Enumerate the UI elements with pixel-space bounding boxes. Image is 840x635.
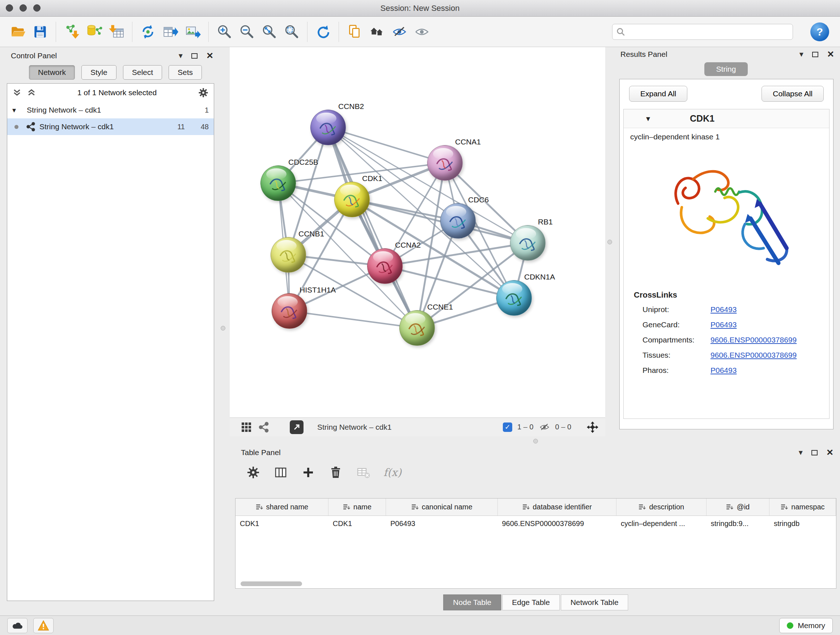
import-network-file-button[interactable] (60, 19, 83, 44)
section-collapse-icon[interactable]: ▾ (646, 114, 650, 124)
save-session-button[interactable] (29, 19, 51, 44)
panel-float-icon[interactable] (191, 53, 197, 59)
column-header-database-identifier[interactable]: database identifier (498, 499, 616, 516)
tree-expand-icon[interactable]: ▾ (12, 106, 23, 114)
panel-float-icon[interactable] (812, 52, 818, 57)
tab-sets[interactable]: Sets (169, 65, 202, 80)
network-item-row[interactable]: String Network – cdk1 11 48 (7, 119, 214, 135)
zoom-out-button[interactable] (235, 19, 258, 44)
add-column-icon[interactable] (301, 465, 316, 480)
column-header-label: canonical name (422, 503, 472, 511)
column-header-shared-name[interactable]: shared name (235, 499, 328, 516)
copy-pages-button[interactable] (343, 19, 366, 44)
protein-section-header: ▾ CDK1 (624, 109, 829, 128)
export-image-button[interactable] (182, 19, 204, 44)
main-area: Control Panel ▾ ✕ NetworkStyleSelectSets… (0, 47, 840, 616)
warnings-button[interactable] (33, 618, 54, 633)
table-panel: Table Panel ▾ ✕ (235, 445, 836, 613)
cloud-status-button[interactable] (7, 618, 27, 633)
panel-collapse-icon[interactable]: ▾ (179, 51, 183, 60)
crosslink-row: GeneCard:P06493 (624, 317, 829, 333)
new-network-button[interactable] (137, 19, 159, 44)
refresh-layout-button[interactable] (312, 19, 334, 44)
zoom-in-button[interactable] (213, 19, 235, 44)
splitter-handle[interactable] (221, 326, 225, 331)
tab-node-table[interactable]: Node Table (443, 594, 501, 610)
horizontal-scrollbar[interactable] (240, 581, 302, 586)
sphere-gloss (373, 251, 393, 263)
home-button[interactable] (366, 19, 388, 44)
birdseye-view-icon[interactable] (258, 421, 270, 433)
panel-float-icon[interactable] (812, 450, 818, 455)
expand-all-button[interactable]: Expand All (629, 86, 687, 102)
collapse-all-icon[interactable] (27, 88, 36, 97)
zoom-fit-button[interactable] (258, 19, 280, 44)
column-header-description[interactable]: description (616, 499, 706, 516)
expand-all-icon[interactable] (12, 88, 22, 97)
edge-CCNB2-CCNE1[interactable] (328, 127, 417, 328)
export-table-button[interactable] (159, 19, 182, 44)
gear-icon[interactable] (198, 87, 209, 98)
network-canvas[interactable]: CCNB2CCNA1CDC25BCDK1CDC6RB1CCNB1CCNA2CDK… (230, 47, 605, 417)
crosslink-label: Compartments: (643, 336, 711, 344)
panel-close-icon[interactable]: ✕ (827, 49, 834, 59)
open-in-new-window-icon[interactable] (290, 420, 303, 434)
show-columns-icon[interactable] (273, 465, 288, 480)
crosslink-value-link[interactable]: 9606.ENSP00000378699 (711, 351, 797, 359)
eye-visible-icon (414, 24, 430, 40)
node-ccnb2[interactable] (310, 110, 346, 145)
edge-HIST1H1A-CCNE1[interactable] (289, 311, 417, 328)
edge-CDK1-RB1[interactable] (352, 200, 528, 243)
node-hist1h1a[interactable] (272, 293, 307, 329)
delete-column-icon[interactable] (328, 465, 343, 480)
move-crosshair-icon[interactable] (586, 421, 599, 433)
column-header-namespac[interactable]: namespac (769, 499, 836, 516)
panel-collapse-icon[interactable]: ▾ (799, 50, 804, 59)
node-cdkn1a[interactable] (496, 280, 532, 316)
import-table-file-button[interactable] (105, 19, 128, 44)
network-collection-row[interactable]: ▾ String Network – cdk1 1 (7, 102, 214, 119)
node-rb1[interactable] (510, 225, 546, 261)
column-header--id[interactable]: @id (706, 499, 769, 516)
tab-edge-table[interactable]: Edge Table (502, 594, 560, 610)
tab-network-table[interactable]: Network Table (561, 594, 628, 610)
string-results-box: Expand All Collapse All ▾ CDK1 cyclin–de… (619, 79, 834, 429)
tab-style[interactable]: Style (81, 65, 117, 80)
help-button[interactable]: ? (810, 22, 829, 41)
panel-collapse-icon[interactable]: ▾ (799, 448, 803, 457)
zoom-selected-button[interactable] (280, 19, 303, 44)
crosslink-row: Uniprot:P06493 (624, 302, 829, 317)
tab-network[interactable]: Network (29, 65, 75, 80)
crosslink-value-link[interactable]: P06493 (711, 366, 737, 375)
splitter-handle[interactable] (607, 240, 612, 244)
node-cdc25b[interactable] (261, 165, 296, 201)
grid-view-icon[interactable] (240, 421, 252, 433)
results-buttons-row: Expand All Collapse All (620, 79, 833, 108)
crosslink-value-link[interactable]: 9606.ENSP00000378699 (711, 336, 797, 344)
search-input[interactable] (629, 25, 793, 39)
tab-select[interactable]: Select (123, 65, 162, 80)
panel-close-icon[interactable]: ✕ (826, 448, 834, 458)
table-settings-gear-icon[interactable] (246, 465, 261, 480)
splitter-handle[interactable] (533, 439, 538, 443)
node-ccna1[interactable] (427, 145, 463, 181)
node-cdc6[interactable] (440, 203, 476, 239)
collapse-all-button[interactable]: Collapse All (761, 86, 824, 102)
table-row[interactable]: CDK1CDK1P064939606.ENSP00000378699cyclin… (235, 516, 836, 532)
memory-button[interactable]: Memory (779, 618, 833, 633)
crosslink-value-link[interactable]: P06493 (711, 320, 737, 329)
import-network-database-button[interactable] (83, 19, 105, 44)
node-ccne1[interactable] (399, 310, 435, 346)
column-header-name[interactable]: name (328, 499, 386, 516)
column-header-canonical-name[interactable]: canonical name (386, 499, 498, 516)
crosslink-value-link[interactable]: P06493 (711, 305, 737, 314)
selected-checkbox-icon[interactable]: ✓ (503, 423, 512, 432)
node-ccna2[interactable] (367, 249, 403, 284)
tab-string[interactable]: String (704, 62, 748, 76)
panel-close-icon[interactable]: ✕ (206, 51, 213, 61)
open-session-button[interactable] (6, 19, 29, 44)
eye-visible-button[interactable] (411, 19, 433, 44)
node-cdk1[interactable] (334, 182, 370, 217)
node-ccnb1[interactable] (271, 237, 306, 272)
eye-hidden-button[interactable] (388, 19, 411, 44)
